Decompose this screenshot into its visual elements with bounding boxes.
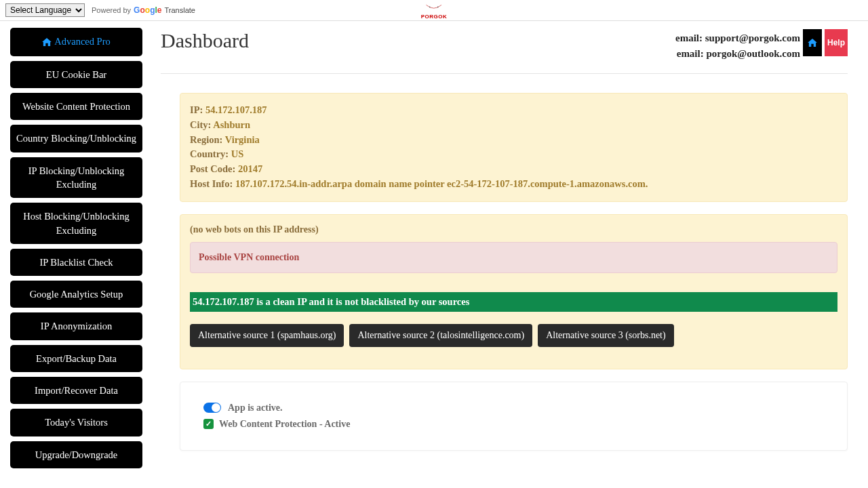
ip-value: 54.172.107.187 <box>205 104 267 115</box>
wcp-checkbox[interactable]: ✓ <box>203 419 214 429</box>
powered-by-label: Powered by Google Translate <box>92 5 195 15</box>
sidebar-item-todays-visitors[interactable]: Today's Visitors <box>10 409 142 436</box>
sidebar-item-google-analytics[interactable]: Google Analytics Setup <box>10 281 142 308</box>
alt-source-1-button[interactable]: Alternative source 1 (spamhaus.org) <box>190 324 344 347</box>
svg-point-1 <box>437 7 439 8</box>
brand-logo: PORGOK <box>421 1 448 20</box>
sidebar-item-ip-anonymization[interactable]: IP Anonymization <box>10 312 142 340</box>
language-select[interactable]: Select Language <box>5 3 85 17</box>
app-active-label: App is active. <box>228 403 283 413</box>
sidebar-item-content-protection[interactable]: Website Content Protection <box>10 93 142 120</box>
app-active-toggle[interactable] <box>203 403 221 413</box>
contact-emails: email: support@porgok.com email: porgok@… <box>675 29 800 61</box>
page-title: Dashboard <box>161 29 249 52</box>
sidebar-item-export[interactable]: Export/Backup Data <box>10 345 142 372</box>
main-content: Dashboard email: support@porgok.com emai… <box>153 21 868 480</box>
sidebar-item-ip-blacklist[interactable]: IP Blacklist Check <box>10 249 142 276</box>
ip-info-panel: IP: 54.172.107.187 City: Ashburn Region:… <box>180 93 848 202</box>
sidebar-item-country-blocking[interactable]: Country Blocking/Unblocking <box>10 125 142 152</box>
sidebar-item-import[interactable]: Import/Recover Data <box>10 377 142 404</box>
top-bar: Select Language Powered by Google Transl… <box>0 0 868 21</box>
home-button[interactable] <box>803 29 822 56</box>
vpn-warning: Possible VPN connection <box>190 242 837 273</box>
sidebar-item-ip-blocking[interactable]: IP Blocking/Unblocking Excluding <box>10 157 142 199</box>
home-icon <box>42 36 52 49</box>
country-value: US <box>231 148 244 159</box>
help-button[interactable]: Help <box>825 29 848 56</box>
svg-point-0 <box>429 7 431 8</box>
postcode-value: 20147 <box>238 163 262 174</box>
no-bots-label: (no web bots on this IP address) <box>190 224 837 235</box>
hostinfo-value: 187.107.172.54.in-addr.arpa domain name … <box>235 178 648 189</box>
google-logo: Google <box>134 5 161 15</box>
status-card: App is active. ✓ Web Content Protection … <box>180 382 848 451</box>
sidebar-item-upgrade[interactable]: Upgrade/Downgrade <box>10 441 142 468</box>
city-value: Ashburn <box>213 119 250 130</box>
alt-source-2-button[interactable]: Alternative source 2 (talosintelligence.… <box>349 324 532 347</box>
sidebar-item-advanced-pro[interactable]: Advanced Pro <box>10 28 142 56</box>
wcp-label: Web Content Protection - Active <box>219 419 350 430</box>
bots-panel: (no web bots on this IP address) Possibl… <box>180 214 848 369</box>
sidebar-item-host-blocking[interactable]: Host Blocking/Unblocking Excluding <box>10 203 142 244</box>
sidebar-item-eu-cookie[interactable]: EU Cookie Bar <box>10 61 142 88</box>
region-value: Virginia <box>225 134 260 145</box>
sidebar: Advanced Pro EU Cookie Bar Website Conte… <box>0 21 153 480</box>
clean-ip-banner: 54.172.107.187 is a clean IP and it is n… <box>190 292 837 312</box>
alt-source-3-button[interactable]: Alternative source 3 (sorbs.net) <box>538 324 674 347</box>
